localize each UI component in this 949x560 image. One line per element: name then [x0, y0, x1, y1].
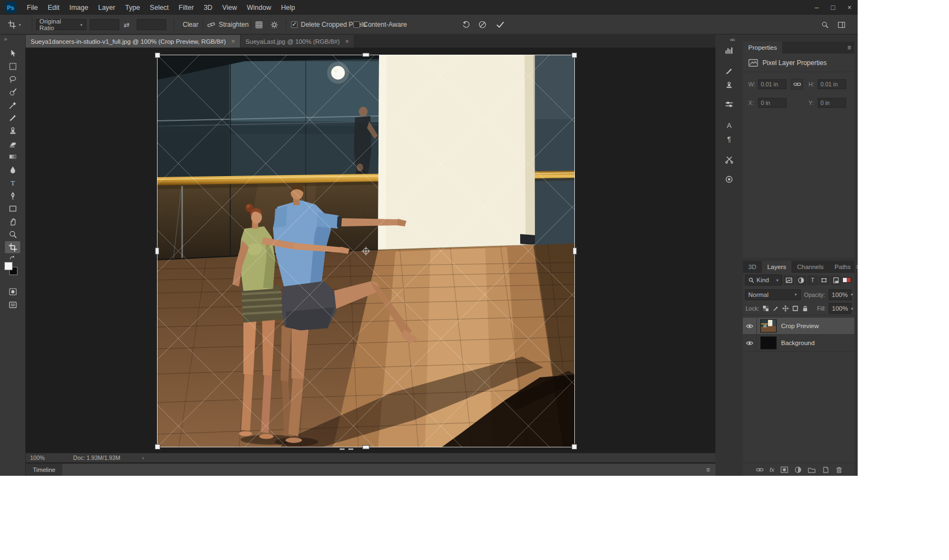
- checkbox-icon[interactable]: ✓: [353, 21, 360, 28]
- layer-row-crop-preview[interactable]: Crop Preview: [743, 318, 854, 335]
- width-input[interactable]: 0.01 in: [758, 79, 787, 89]
- character-panel-icon[interactable]: A: [721, 119, 737, 132]
- minimize-button[interactable]: –: [808, 0, 825, 15]
- swap-colors-icon[interactable]: [5, 254, 20, 262]
- menu-help[interactable]: Help: [276, 0, 300, 15]
- crop-preview-artboard[interactable]: [157, 55, 575, 447]
- document-tab-inactive[interactable]: SueyaLast.jpg @ 100% (RGB/8#) ×: [241, 35, 354, 48]
- filter-adjustment-layers-icon[interactable]: [796, 276, 806, 285]
- tab-channels[interactable]: Channels: [791, 261, 829, 273]
- collapse-panels-icon[interactable]: ««: [730, 36, 734, 43]
- menu-select[interactable]: Select: [145, 0, 174, 15]
- tab-paths[interactable]: Paths: [829, 261, 856, 273]
- menu-view[interactable]: View: [217, 0, 242, 15]
- content-aware-checkbox[interactable]: ✓ Content-Aware: [353, 15, 407, 34]
- brush-settings-panel-icon[interactable]: [721, 65, 737, 78]
- tool-eyedropper[interactable]: [5, 99, 20, 111]
- screen-mode-icon[interactable]: [5, 299, 20, 311]
- tool-clone-stamp[interactable]: [5, 125, 20, 137]
- delete-layer-trash-icon[interactable]: [835, 466, 843, 474]
- crop-settings-gear-icon[interactable]: [270, 15, 278, 34]
- straighten-icon[interactable]: [207, 15, 216, 34]
- tab-3d[interactable]: 3D: [743, 261, 762, 273]
- tool-eraser[interactable]: [5, 138, 20, 150]
- maximize-button[interactable]: □: [825, 0, 841, 15]
- visibility-eye-icon[interactable]: [743, 318, 757, 334]
- aspect-ratio-select[interactable]: Original Ratio ▼: [36, 15, 86, 34]
- close-tab-icon[interactable]: ×: [345, 38, 349, 45]
- canvas-area[interactable]: [26, 48, 715, 453]
- opacity-input[interactable]: 100% ▼: [829, 289, 852, 300]
- filter-shape-layers-icon[interactable]: [819, 276, 829, 285]
- overlay-options-icon[interactable]: [255, 15, 263, 34]
- commit-crop-icon[interactable]: [496, 15, 505, 34]
- swap-width-height-icon[interactable]: ⇄: [124, 15, 130, 34]
- layer-mask-icon[interactable]: [781, 466, 788, 474]
- tab-properties[interactable]: Properties: [743, 42, 782, 54]
- blend-mode-select[interactable]: Normal ▼: [745, 289, 801, 300]
- lock-artboard-icon[interactable]: [791, 305, 799, 313]
- layer-thumbnail[interactable]: [760, 319, 777, 332]
- adjustments-panel-icon[interactable]: [721, 98, 737, 111]
- layer-row-background[interactable]: Background: [743, 335, 854, 352]
- tool-crop[interactable]: [5, 241, 20, 253]
- panel-menu-icon[interactable]: ≡: [706, 466, 710, 474]
- link-layers-icon[interactable]: [756, 466, 764, 474]
- actions-panel-icon[interactable]: [721, 153, 737, 166]
- filter-pixel-layers-icon[interactable]: [784, 276, 794, 285]
- reset-crop-icon[interactable]: [462, 15, 470, 34]
- fill-input[interactable]: 100% ▼: [829, 303, 852, 314]
- x-input[interactable]: 0 in: [758, 98, 787, 108]
- tool-zoom[interactable]: [5, 228, 20, 240]
- lock-transparency-icon[interactable]: [762, 305, 769, 313]
- tool-quick-selection[interactable]: [5, 86, 20, 98]
- workspace-switcher-icon[interactable]: [837, 15, 846, 34]
- straighten-label[interactable]: Straighten: [219, 15, 249, 34]
- lock-position-icon[interactable]: [782, 305, 789, 313]
- tool-rectangular-marquee[interactable]: [5, 60, 20, 72]
- link-dimensions-icon[interactable]: [791, 79, 803, 90]
- checkbox-icon[interactable]: ✓: [291, 21, 298, 28]
- tool-pen[interactable]: [5, 189, 20, 201]
- crop-ratio-height-input[interactable]: [137, 15, 166, 34]
- layer-effects-icon[interactable]: fx: [770, 466, 775, 473]
- panel-menu-icon[interactable]: ≡: [856, 263, 858, 271]
- timeline-tab[interactable]: Timeline: [26, 464, 62, 476]
- lock-all-icon[interactable]: [802, 305, 809, 313]
- document-tab-active[interactable]: Sueya1dancers-in-studio-v1_full.jpg @ 10…: [26, 35, 241, 48]
- menu-file[interactable]: File: [22, 0, 43, 15]
- tool-rectangle-shape[interactable]: [5, 202, 20, 214]
- tool-gradient[interactable]: [5, 150, 20, 162]
- paragraph-panel-icon[interactable]: ¶: [721, 132, 737, 145]
- menu-3d[interactable]: 3D: [199, 0, 217, 15]
- navigator-panel-icon[interactable]: [721, 173, 737, 186]
- filter-type-layers-icon[interactable]: T: [807, 276, 817, 285]
- layer-thumbnail[interactable]: [760, 336, 777, 349]
- quick-mask-icon[interactable]: [5, 285, 20, 298]
- clone-source-panel-icon[interactable]: [721, 79, 737, 92]
- layer-filter-select[interactable]: Kind ▼: [745, 275, 782, 285]
- tab-layers[interactable]: Layers: [762, 261, 792, 273]
- menu-image[interactable]: Image: [65, 0, 94, 15]
- tool-blur[interactable]: [5, 164, 20, 176]
- clear-button[interactable]: Clear: [179, 15, 202, 34]
- tool-preset-button[interactable]: ▼: [8, 15, 21, 34]
- visibility-eye-icon[interactable]: [743, 335, 757, 351]
- crop-ratio-width-input[interactable]: [90, 15, 119, 34]
- cancel-crop-icon[interactable]: [478, 15, 487, 34]
- tool-brush[interactable]: [5, 112, 20, 124]
- y-input[interactable]: 0 in: [818, 98, 846, 108]
- height-input[interactable]: 0.01 in: [818, 79, 846, 89]
- menu-edit[interactable]: Edit: [43, 0, 65, 15]
- tool-type[interactable]: T: [5, 177, 20, 189]
- lock-pixels-icon[interactable]: [772, 305, 779, 313]
- chevron-right-icon[interactable]: ›: [142, 454, 144, 461]
- zoom-level[interactable]: 100%: [30, 454, 45, 461]
- adjustment-layer-icon[interactable]: [794, 466, 802, 474]
- menu-type[interactable]: Type: [120, 0, 145, 15]
- foreground-color-swatch[interactable]: [4, 262, 13, 270]
- tool-move[interactable]: [5, 47, 20, 59]
- tool-hand[interactable]: [5, 215, 20, 228]
- new-layer-icon[interactable]: [822, 466, 829, 474]
- filter-smart-objects-icon[interactable]: [831, 276, 841, 285]
